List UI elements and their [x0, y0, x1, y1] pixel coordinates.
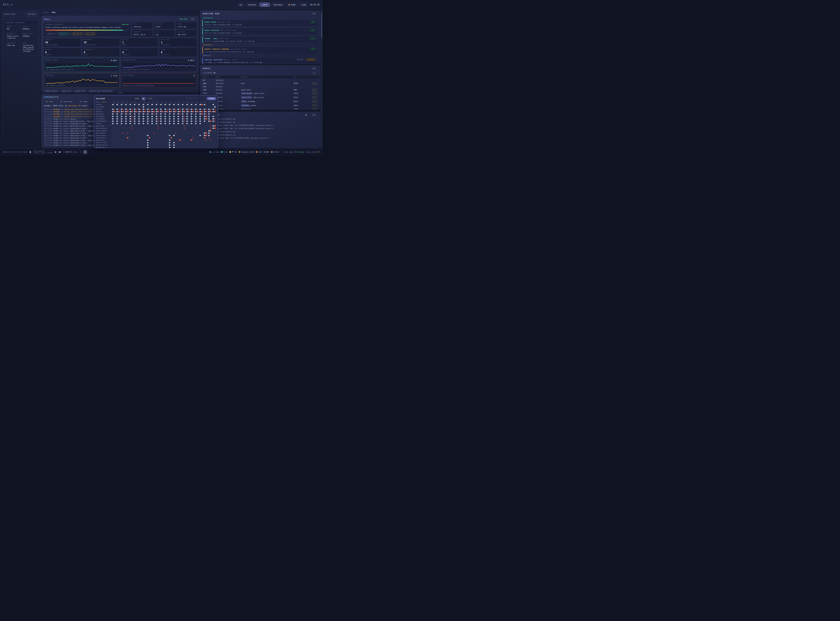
cell-write-half [197, 118, 198, 120]
cell-write-half [162, 125, 163, 127]
cell-read-half [117, 137, 118, 138]
filter-all-types[interactable]: all types [78, 100, 90, 103]
kill-button[interactable]: KILL [312, 100, 318, 103]
heatmap-col--3M: -3M [199, 101, 203, 103]
scrollbar-thumb[interactable] [321, 13, 322, 38]
metric-label: EGRESS [161, 49, 195, 50]
kill-button[interactable]: KILL [312, 108, 318, 110]
cell-read-half [212, 135, 214, 136]
cell-read-half [182, 130, 183, 132]
nav-item-chatrooms[interactable]: chatrooms [246, 3, 258, 7]
breadcrumb: runtime > HULL [41, 11, 199, 14]
heatmap-cell [199, 142, 203, 144]
right-scroll-strip[interactable] [321, 9, 322, 148]
plugin-pill[interactable]: output tok 0 [74, 89, 87, 92]
cell-write-half [210, 130, 211, 132]
cell-read-half [143, 123, 144, 124]
cell-read-half [173, 118, 175, 120]
plugin-pill[interactable]: plugins capture [44, 89, 59, 92]
cell-read-half [173, 116, 175, 117]
cell-write-half [157, 123, 159, 124]
heatmap-cell [155, 135, 159, 136]
kill-button[interactable]: KILL [312, 96, 318, 98]
kill-button[interactable]: KILL [312, 89, 318, 91]
appearance-selector[interactable]: APPEARANCE Custom / glass / normal [34, 150, 53, 154]
cell-read-half [208, 137, 210, 138]
cursor-tool-button[interactable] [142, 97, 146, 100]
boundary-pill-fail-open-on[interactable]: fail-open on [71, 32, 83, 35]
restart-button[interactable]: RESTART [296, 59, 305, 61]
cell-read-half [177, 116, 179, 117]
field-label: OWNER EPOCH [23, 33, 35, 35]
cell-write-half [149, 133, 150, 134]
theme-half-circle-icon[interactable] [30, 151, 32, 153]
scan-button[interactable]: scan [311, 71, 318, 74]
heatmap-cell [160, 144, 163, 146]
heatmap-hide-button[interactable]: HIDE [147, 97, 154, 100]
cell-write-half [140, 139, 141, 141]
add-note-button[interactable]: + [83, 150, 87, 154]
nav-item-wallet[interactable]: wallet [286, 3, 298, 7]
boundary-pill-policy-auto[interactable]: policy auto [85, 32, 96, 35]
cell-read-half [121, 128, 122, 129]
heatmap-cell [160, 120, 163, 122]
cell-write-half [184, 142, 185, 143]
cell-write-half [144, 125, 146, 127]
heatmap-grid: settingsnyx-landingmind:nyxagent:nyxmind… [96, 103, 216, 149]
kill-button[interactable]: KILL [312, 105, 318, 107]
theme-dot[interactable] [55, 151, 56, 153]
breadcrumb-root[interactable]: runtime [42, 11, 49, 13]
cell-read-half [182, 121, 183, 122]
boundary-pill-shield-off[interactable]: shield off [45, 32, 56, 35]
live-events-hide-button[interactable]: HIDE [311, 114, 318, 117]
cell-read-half [173, 125, 175, 127]
heatmap-cell [116, 108, 120, 110]
nav-item-runtime[interactable]: runtime [260, 3, 270, 7]
notes-widget[interactable]: [] NOTES Human · 8 [63, 151, 81, 153]
theme-dot[interactable] [59, 151, 61, 153]
kill-button[interactable]: KILL [312, 92, 318, 95]
refresh-button[interactable]: refresh [25, 12, 38, 16]
resize-handle[interactable] [118, 92, 123, 93]
heatmap-cell [212, 106, 216, 108]
heatmap-cell [190, 147, 194, 148]
plugin-pill[interactable]: input tok 0 [60, 89, 73, 92]
map-card-title: REDIS MAIN [204, 21, 216, 23]
cell-read-half [151, 128, 153, 129]
heatmap-cell [186, 135, 190, 136]
ports-hide-button[interactable]: HIDE [311, 67, 318, 70]
cell-read-half [169, 137, 170, 138]
map-card-titlerow: DIRECT SERVICE CONTROLruntime-owner • ow… [204, 48, 316, 50]
theme-dot[interactable] [57, 151, 58, 153]
nav-item-config[interactable]: config [299, 3, 308, 7]
kill-button[interactable]: KILL [312, 82, 318, 85]
nav-item-ops[interactable]: ops [237, 3, 244, 7]
heatmap-cell [142, 130, 146, 132]
cell-read-half [204, 106, 205, 108]
heatmap-write-label[interactable]: WRITE [102, 101, 106, 103]
cell-write-half [114, 139, 115, 141]
boundary-pill-discovery-on[interactable]: discovery on [58, 32, 70, 35]
cell-write-half [140, 123, 141, 124]
metric-sub: unknown 0 [123, 54, 157, 56]
heatmap-cell [120, 104, 124, 106]
cell-write-half [166, 135, 168, 136]
heatmap-read-label[interactable]: READ [96, 101, 99, 103]
cell-write-half [131, 133, 133, 134]
heatmap-col--6M: -6M [186, 101, 190, 103]
heatmap-col-NOW: NOW [212, 101, 216, 103]
filter-all-severities[interactable]: all severities∨ [58, 100, 76, 103]
runtime-map-hide-button[interactable]: HIDE [311, 12, 318, 15]
plugin-pill[interactable]: captures root frank/captures [88, 89, 114, 92]
nav-item-observatory[interactable]: observatory [271, 3, 285, 7]
heatmap-cell [182, 116, 185, 117]
ports-col-port[interactable]: PORT ▲ [203, 76, 216, 78]
heatmap-cell [182, 135, 185, 136]
theme-dots[interactable] [55, 151, 61, 153]
cell-read-half [143, 109, 144, 110]
heatmap-cell [195, 104, 198, 106]
filter-all-CLIs[interactable]: all CLIs∨ [44, 100, 57, 103]
heatmap-cell [212, 135, 216, 136]
hull-hide-button[interactable]: HIDE [189, 18, 197, 21]
cell-write-half [210, 125, 211, 127]
